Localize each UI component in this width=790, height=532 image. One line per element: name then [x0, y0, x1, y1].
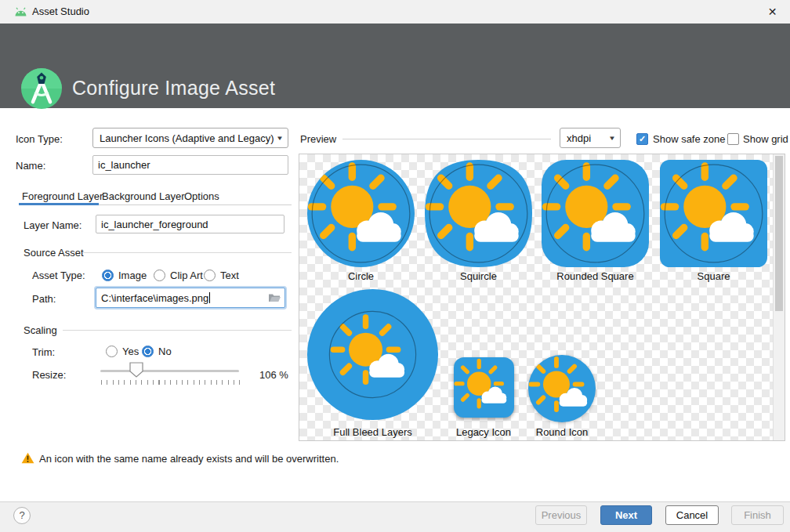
preview-caption-rounded-square: Rounded Square: [542, 270, 649, 282]
warning-message: An icon with the same name already exist…: [39, 453, 339, 465]
density-dropdown[interactable]: xhdpi ▼: [560, 128, 621, 148]
asset-studio-dialog: { "window": { "title": "Asset Studio" },…: [0, 0, 790, 532]
resize-label: Resize:: [32, 369, 66, 381]
active-tab-underline: [19, 203, 99, 205]
show-grid-label[interactable]: Show grid: [743, 133, 788, 145]
show-safe-zone-label[interactable]: Show safe zone: [653, 133, 726, 145]
show-safe-zone-checkbox[interactable]: ✓: [636, 133, 648, 145]
android-icon: [14, 7, 27, 16]
preview-scrollbar-thumb[interactable]: [775, 156, 783, 311]
preview-caption-squircle: Squircle: [425, 270, 532, 282]
cancel-button[interactable]: Cancel: [665, 505, 719, 525]
radio-text-label[interactable]: Text: [220, 270, 239, 281]
density-value: xhdpi: [567, 132, 591, 144]
window-titlebar: Asset Studio ✕: [0, 0, 790, 24]
icon-type-value: Launcher Icons (Adaptive and Legacy): [100, 132, 274, 144]
preview-panel: Circle Squircle Rounded Square Square Fu…: [299, 154, 785, 441]
icon-type-dropdown[interactable]: Launcher Icons (Adaptive and Legacy) ▼: [92, 128, 288, 148]
text-caret: [209, 292, 210, 303]
tab-background-layer[interactable]: Background Layer: [102, 190, 185, 202]
source-asset-divider: [83, 252, 292, 253]
preview-label: Preview: [300, 133, 336, 145]
preview-caption-round: Round Icon: [513, 426, 611, 438]
trim-label: Trim:: [32, 346, 55, 358]
radio-trim-no-label[interactable]: No: [158, 346, 172, 357]
scaling-group-title: Scaling: [24, 324, 57, 336]
name-label: Name:: [16, 160, 45, 172]
preview-caption-square: Square: [660, 270, 767, 282]
radio-clip-art-label[interactable]: Clip Art: [170, 270, 203, 281]
finish-button[interactable]: Finish: [731, 505, 784, 525]
layer-name-label: Layer Name:: [24, 219, 82, 231]
source-asset-group-title: Source Asset: [24, 247, 84, 259]
layer-name-input[interactable]: [96, 215, 284, 233]
radio-clip-art[interactable]: [154, 270, 165, 281]
scaling-divider: [63, 330, 292, 331]
resize-slider-thumb[interactable]: [129, 362, 143, 378]
preview-icon-round: [528, 355, 596, 422]
preview-caption-circle: Circle: [307, 270, 415, 282]
path-label: Path:: [32, 293, 56, 305]
preview-icon-rounded-square: [542, 160, 649, 267]
radio-trim-yes-label[interactable]: Yes: [122, 346, 139, 357]
previous-button[interactable]: Previous: [535, 505, 587, 525]
icon-type-label: Icon Type:: [16, 133, 63, 145]
path-input[interactable]: C:\interface\images.png: [96, 288, 285, 308]
dialog-header: Configure Image Asset: [0, 24, 790, 108]
asset-type-label: Asset Type:: [32, 270, 85, 281]
preview-icon-circle: [307, 160, 415, 267]
name-input[interactable]: [92, 155, 288, 175]
window-title: Asset Studio: [32, 5, 89, 17]
radio-image[interactable]: [102, 270, 114, 281]
preview-divider: [342, 139, 551, 139]
folder-browse-icon[interactable]: [268, 293, 281, 302]
close-icon[interactable]: ✕: [755, 0, 790, 24]
resize-slider-track[interactable]: [100, 370, 239, 372]
preview-caption-full-bleed: Full Bleed Layers: [307, 426, 438, 438]
help-icon[interactable]: ?: [13, 507, 31, 524]
preview-icon-legacy: [454, 357, 514, 418]
preview-icon-squircle: [425, 160, 532, 267]
android-studio-logo-icon: [21, 68, 62, 109]
radio-trim-yes[interactable]: [106, 346, 118, 357]
preview-icon-full-bleed: [307, 289, 438, 420]
show-grid-checkbox[interactable]: [727, 133, 739, 145]
page-title: Configure Image Asset: [72, 77, 275, 100]
tab-options[interactable]: Options: [184, 190, 219, 202]
resize-slider-ticks: [101, 380, 240, 385]
radio-text[interactable]: [204, 270, 216, 281]
preview-icon-square: [660, 160, 767, 267]
resize-value: 106 %: [259, 369, 288, 381]
tab-foreground-layer[interactable]: Foreground Layer: [22, 190, 103, 202]
path-value: C:\interface\images.png: [101, 292, 208, 304]
chevron-down-icon: ▼: [608, 135, 616, 142]
radio-trim-no[interactable]: [142, 346, 154, 357]
next-button[interactable]: Next: [600, 505, 652, 525]
radio-image-label[interactable]: Image: [118, 270, 147, 281]
chevron-down-icon: ▼: [276, 135, 284, 142]
warning-icon: [21, 452, 34, 464]
